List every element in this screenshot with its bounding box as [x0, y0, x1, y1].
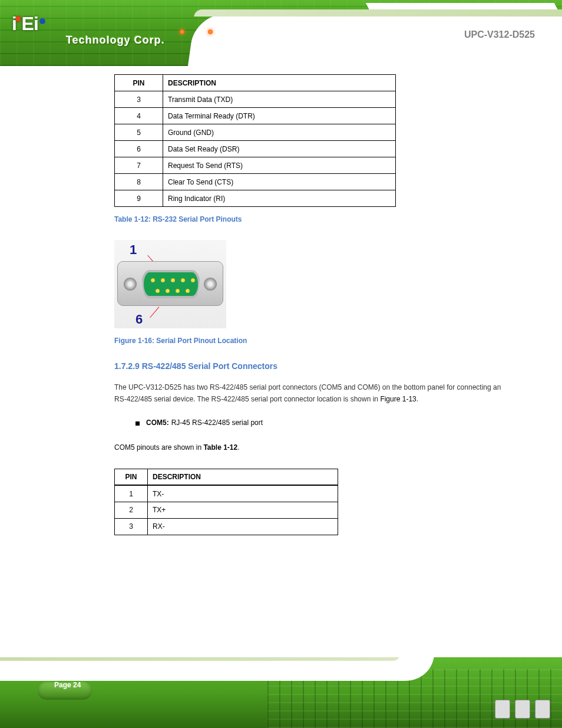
bullet-label: COM5: [146, 419, 169, 427]
logo-text: i■Ei [12, 13, 45, 34]
table2-header-desc: DESCRIPTION [148, 469, 338, 485]
table-row: 3 Transmit Data (TXD) [115, 91, 396, 108]
cell: 8 [115, 174, 163, 190]
table1-header-desc: DESCRIPTION [163, 75, 396, 91]
table-row: 1 TX- [115, 485, 338, 502]
table-row: 7 Request To Send (RTS) [115, 157, 396, 174]
page-footer [0, 657, 562, 728]
cell: 9 [115, 190, 163, 207]
footer-chips-icon [495, 700, 550, 719]
cell: 7 [115, 157, 163, 174]
table2-header-pin: PIN [115, 469, 148, 485]
body-text-figref: Figure 1-13 [380, 395, 416, 403]
header-swoosh [188, 14, 562, 66]
table-row: 3 RX- [115, 518, 338, 535]
cell: Ring Indicator (RI) [163, 190, 396, 207]
table-row: 9 Ring Indicator (RI) [115, 190, 396, 207]
body-text-span: The UPC-V312-D525 has two RS-422/485 ser… [114, 383, 501, 403]
footer-band [0, 657, 401, 661]
bullet-value: RJ-45 RS-422/485 serial port [171, 419, 263, 427]
pinout-table-2: PIN DESCRIPTION 1 TX- 2 TX+ 3 RX- [114, 469, 338, 535]
cell: 2 [115, 502, 148, 518]
pinnote-pre: COM5 pinouts are shown in [114, 443, 203, 452]
leader-line-bottom [150, 307, 159, 318]
pinnote-post: . [237, 443, 239, 452]
cell: 3 [115, 91, 163, 108]
section-heading: 1.7.2.9 RS-422/485 Serial Port Connector… [114, 361, 515, 371]
header-leds [180, 29, 213, 34]
pinnote: COM5 pinouts are shown in Table 1-12. [114, 442, 515, 453]
page-number: Page 24 [54, 681, 81, 689]
header-band [194, 9, 562, 17]
body-paragraph: The UPC-V312-D525 has two RS-422/485 ser… [114, 381, 515, 406]
content-area: PIN DESCRIPTION 3 Transmit Data (TXD) 4 … [114, 74, 515, 535]
dsub-port-icon [141, 270, 200, 298]
table-row: 8 Clear To Send (CTS) [115, 174, 396, 190]
pin-row-bottom [156, 289, 190, 293]
cell: Data Set Ready (DSR) [163, 141, 396, 157]
cell: Clear To Send (CTS) [163, 174, 396, 190]
screw-icon [124, 278, 137, 291]
pin-label-6: 6 [135, 312, 143, 327]
cell: Data Terminal Ready (DTR) [163, 108, 396, 124]
cell: 5 [115, 124, 163, 141]
pin-label-1: 1 [130, 242, 137, 258]
screw-icon [204, 278, 217, 291]
connector-plate [117, 261, 223, 306]
pinout-table-1: PIN DESCRIPTION 3 Transmit Data (TXD) 4 … [114, 74, 396, 207]
pinnote-link: Table 1-12 [203, 443, 237, 452]
brand-logo: i■Ei [12, 13, 45, 35]
cell: 4 [115, 108, 163, 124]
cell: Ground (GND) [163, 124, 396, 141]
table1-header-pin: PIN [115, 75, 163, 91]
cell: 3 [115, 518, 148, 535]
cell: TX- [148, 485, 338, 502]
table-row: 2 TX+ [115, 502, 338, 518]
table-row: 4 Data Terminal Ready (DTR) [115, 108, 396, 124]
serial-connector-figure: 1 6 [114, 240, 226, 328]
table-row: 5 Ground (GND) [115, 124, 396, 141]
pin-row-top [151, 278, 195, 282]
table-row: 6 Data Set Ready (DSR) [115, 141, 396, 157]
bullet-item: COM5: RJ-45 RS-422/485 serial port [114, 419, 515, 427]
figure-caption: Figure 1-16: Serial Port Pinout Location [114, 337, 515, 345]
cell: Request To Send (RTS) [163, 157, 396, 174]
logo-tagline: Technology Corp. [66, 34, 165, 47]
cell: Transmit Data (TXD) [163, 91, 396, 108]
cell: 1 [115, 485, 148, 502]
cell: RX- [148, 518, 338, 535]
cell: 6 [115, 141, 163, 157]
cell: TX+ [148, 502, 338, 518]
product-name: UPC-V312-D525 [464, 29, 535, 40]
table1-caption: Table 1-12: RS-232 Serial Port Pinouts [114, 215, 515, 223]
footer-swoosh [0, 657, 440, 681]
